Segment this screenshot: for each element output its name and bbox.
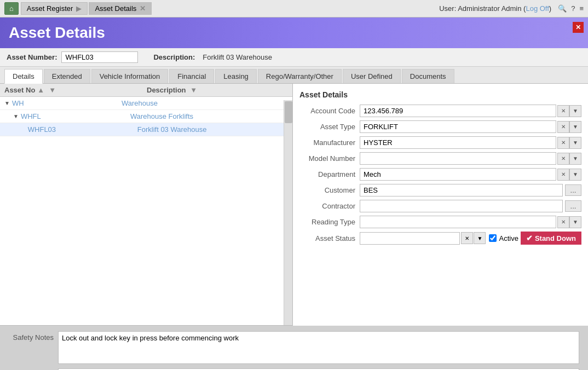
active-label: Active xyxy=(499,234,518,242)
tab-extended[interactable]: Extended xyxy=(44,69,90,83)
stand-down-button[interactable]: ✔ Stand Down xyxy=(521,232,581,245)
model-number-clear-btn[interactable]: ✕ xyxy=(557,153,569,165)
tree-asset-wh: WH xyxy=(12,99,122,107)
tree-row-wh[interactable]: ▼ WH Warehouse xyxy=(0,97,292,110)
field-row-manufacturer: Manufacturer ✕ ▼ xyxy=(299,136,581,149)
main-content: Asset No ▲ ▼ Description ▼ ▼ WH Warehous… xyxy=(0,84,588,326)
sort-arrow-icon: ▲ xyxy=(37,86,44,94)
chevron-right-icon: ▶ xyxy=(76,4,82,13)
tree-col-desc-header[interactable]: Description ▼ xyxy=(147,86,288,94)
home-icon: ⌂ xyxy=(9,4,14,13)
help-icon[interactable]: ? xyxy=(571,4,575,13)
field-row-asset-type: Asset Type ✕ ▼ xyxy=(299,120,581,133)
tree-asset-whfl03: WHFL03 xyxy=(28,125,137,134)
model-number-label: Model Number xyxy=(299,154,360,163)
account-code-input[interactable] xyxy=(360,105,556,117)
description-label: Description: xyxy=(153,53,195,61)
details-panel-title: Asset Details xyxy=(299,90,581,99)
tree-desc-whfl: Warehouse Forklifts xyxy=(130,112,288,120)
tree-scrollbar[interactable] xyxy=(284,100,292,325)
breadcrumb-asset-register[interactable]: Asset Register ▶ xyxy=(21,2,88,15)
header-icons: 🔍 ? ≡ xyxy=(558,4,584,13)
asset-status-clear-btn[interactable]: ✕ xyxy=(461,232,473,244)
tab-user-defined[interactable]: User Defined xyxy=(343,69,401,83)
menu-icon[interactable]: ≡ xyxy=(579,4,584,13)
tree-panel: Asset No ▲ ▼ Description ▼ ▼ WH Warehous… xyxy=(0,84,293,326)
department-label: Department xyxy=(299,170,360,178)
tab-bar: Details Extended Vehicle Information Fin… xyxy=(0,67,588,84)
stand-down-label: Stand Down xyxy=(535,234,576,242)
tree-row-whfl[interactable]: ▼ WHFL Warehouse Forklifts xyxy=(0,110,292,123)
safety-notes-textarea[interactable]: Lock out and lock key in press before co… xyxy=(58,331,579,364)
asset-type-clear-btn[interactable]: ✕ xyxy=(557,121,569,133)
account-code-clear-btn[interactable]: ✕ xyxy=(557,105,569,117)
bottom-section: Safety Notes Lock out and lock key in pr… xyxy=(0,326,588,370)
tree-col-asset-header[interactable]: Asset No ▲ ▼ xyxy=(4,86,147,94)
tree-desc-wh: Warehouse xyxy=(122,99,288,107)
tab-rego-warranty-other[interactable]: Rego/Warranty/Other xyxy=(258,69,342,83)
asset-type-dropdown-btn[interactable]: ▼ xyxy=(569,121,581,133)
field-row-department: Department ✕ ▼ xyxy=(299,168,581,181)
tree-asset-whfl: WHFL xyxy=(21,112,130,120)
account-code-dropdown-btn[interactable]: ▼ xyxy=(569,105,581,117)
description-value: Forklift 03 Warehouse xyxy=(199,52,275,62)
page-title: Asset Details xyxy=(9,24,105,42)
manufacturer-input[interactable] xyxy=(360,136,556,149)
tab-details[interactable]: Details xyxy=(4,69,43,84)
breadcrumb-label: Asset Register xyxy=(27,4,73,13)
department-dropdown-btn[interactable]: ▼ xyxy=(569,169,581,181)
logoff-link[interactable]: Log Off xyxy=(526,4,549,13)
tab-documents[interactable]: Documents xyxy=(402,69,454,83)
filter-desc-icon[interactable]: ▼ xyxy=(190,86,197,94)
details-panel: Asset Details Account Code ✕ ▼ Asset Typ… xyxy=(293,84,588,326)
customer-ellipsis-btn[interactable]: ... xyxy=(565,184,581,196)
asset-status-input[interactable] xyxy=(360,232,460,245)
customer-label: Customer xyxy=(299,186,360,194)
tab-vehicle-information[interactable]: Vehicle Information xyxy=(91,69,169,83)
reading-type-dropdown-btn[interactable]: ▼ xyxy=(569,216,581,228)
customer-input[interactable] xyxy=(360,184,563,196)
breadcrumb-asset-details[interactable]: Asset Details ✕ xyxy=(89,2,152,15)
active-checkbox[interactable] xyxy=(489,234,497,242)
tab-close-icon[interactable]: ✕ xyxy=(140,4,146,13)
field-row-reading-type: Reading Type ✕ ▼ xyxy=(299,216,581,228)
toggle-whfl03-icon xyxy=(24,126,26,132)
page-close-button[interactable]: ✕ xyxy=(573,22,584,33)
contractor-input[interactable] xyxy=(360,200,563,212)
reading-type-input[interactable] xyxy=(360,216,556,228)
title-bar: ⌂ Asset Register ▶ Asset Details ✕ User:… xyxy=(0,0,588,18)
asset-type-label: Asset Type xyxy=(299,123,360,131)
filter-icon[interactable]: ▼ xyxy=(49,86,56,94)
search-icon[interactable]: 🔍 xyxy=(558,4,567,13)
home-button[interactable]: ⌂ xyxy=(4,2,19,15)
safety-notes-label: Safety Notes xyxy=(9,331,58,342)
asset-number-bar: Asset Number: Description: Forklift 03 W… xyxy=(0,48,588,67)
safety-notes-row: Safety Notes Lock out and lock key in pr… xyxy=(9,331,579,364)
field-row-account-code: Account Code ✕ ▼ xyxy=(299,105,581,117)
toggle-whfl-icon[interactable]: ▼ xyxy=(13,113,19,119)
model-number-input[interactable] xyxy=(360,152,556,165)
tab-leasing[interactable]: Leasing xyxy=(215,69,257,83)
tree-row-whfl03[interactable]: WHFL03 Forklift 03 Warehouse xyxy=(0,123,292,136)
asset-number-label: Asset Number: xyxy=(7,53,57,61)
asset-number-input[interactable] xyxy=(61,51,138,63)
tree-header: Asset No ▲ ▼ Description ▼ xyxy=(0,84,292,97)
department-clear-btn[interactable]: ✕ xyxy=(557,169,569,181)
toggle-wh-icon[interactable]: ▼ xyxy=(4,100,10,106)
account-code-label: Account Code xyxy=(299,107,360,115)
manufacturer-dropdown-btn[interactable]: ▼ xyxy=(569,137,581,149)
contractor-label: Contractor xyxy=(299,202,360,210)
field-row-contractor: Contractor ... xyxy=(299,200,581,212)
manufacturer-clear-btn[interactable]: ✕ xyxy=(557,137,569,149)
asset-type-input[interactable] xyxy=(360,120,556,133)
contractor-ellipsis-btn[interactable]: ... xyxy=(565,200,581,212)
active-checkbox-group: Active xyxy=(489,234,518,242)
department-input[interactable] xyxy=(360,168,556,181)
tab-financial[interactable]: Financial xyxy=(169,69,214,83)
reading-type-clear-btn[interactable]: ✕ xyxy=(557,216,569,228)
field-row-asset-status: Asset Status ✕ ▼ Active ✔ Stand Down xyxy=(299,232,581,245)
asset-status-dropdown-btn[interactable]: ▼ xyxy=(474,232,486,244)
page-header: Asset Details ✕ xyxy=(0,18,588,48)
user-info: User: Administrator Admin (Log Off) xyxy=(439,4,551,13)
model-number-dropdown-btn[interactable]: ▼ xyxy=(569,153,581,165)
